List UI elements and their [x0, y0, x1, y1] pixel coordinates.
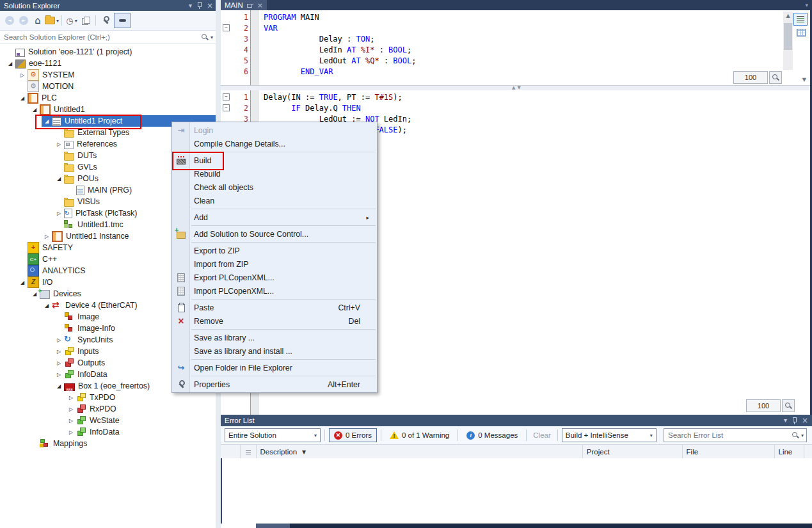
tab-main[interactable]: MAIN × — [221, 0, 267, 10]
tab-close-icon[interactable]: × — [257, 2, 263, 9]
window-position-caret-icon[interactable]: ▾ — [784, 417, 787, 424]
tree-item-txpdo[interactable]: ▷TxPDO — [0, 392, 216, 403]
fold-collapse-icon[interactable]: − — [223, 93, 230, 100]
code-line[interactable]: −2 IF Delay.Q THEN — [221, 102, 791, 113]
horizontal-scrollbar[interactable] — [256, 524, 812, 528]
code-line[interactable]: −2VAR — [221, 22, 791, 33]
build-filter-dropdown[interactable]: Build + IntelliSense ▾ — [562, 428, 657, 442]
zoom-level-input[interactable] — [733, 71, 768, 84]
code-line[interactable]: 3 Delay : TON; — [221, 33, 791, 44]
expander-open-icon[interactable]: ◢ — [42, 118, 52, 124]
window-position-caret-icon[interactable]: ▾ — [189, 3, 192, 9]
tree-item-plc[interactable]: ◢PLC — [0, 92, 216, 104]
column-project[interactable]: Project — [583, 445, 683, 459]
splitter-handle-icon[interactable]: ▲▼ — [512, 86, 523, 90]
menu-item-export-plcopenxml[interactable]: Export PLCopenXML... — [172, 271, 377, 284]
tree-item-system[interactable]: ▷SYSTEM — [0, 69, 216, 81]
tree-item-motion[interactable]: MOTION — [0, 81, 216, 92]
menu-item-remove[interactable]: ×RemoveDel — [172, 314, 377, 328]
code-line[interactable]: 4 LedIn AT %I* : BOOL; — [221, 44, 791, 55]
table-view-icon[interactable] — [795, 27, 808, 38]
expander-closed-icon[interactable]: ▷ — [54, 141, 64, 147]
vertical-scrollbar[interactable]: ▲ — [783, 12, 793, 70]
expander-closed-icon[interactable]: ▷ — [42, 234, 52, 239]
code-line[interactable]: 1PROGRAM MAIN — [221, 12, 791, 22]
default-order-icon[interactable] — [241, 445, 257, 459]
menu-item-add[interactable]: Add▸ — [172, 211, 377, 224]
code-line[interactable]: 5 LedOut AT %Q* : BOOL; — [221, 55, 791, 66]
close-icon[interactable]: × — [802, 417, 808, 424]
tree-item-mappings[interactable]: Mappings — [0, 438, 216, 449]
menu-item-save-as-library[interactable]: Save as library ... — [172, 331, 377, 344]
expander-closed-icon[interactable]: ▷ — [66, 418, 76, 424]
declaration-pane[interactable]: 1PROGRAM MAIN−2VAR3 Delay : TON;4 LedIn … — [221, 10, 810, 85]
scope-dropdown[interactable]: Entire Solution ▾ — [225, 428, 321, 442]
expander-closed-icon[interactable]: ▷ — [54, 349, 64, 355]
expander-open-icon[interactable]: ◢ — [5, 61, 15, 67]
pin-icon[interactable] — [196, 2, 202, 9]
text-view-icon[interactable] — [793, 13, 808, 26]
back-icon[interactable]: ◄ — [3, 13, 17, 28]
tab-list-caret-icon[interactable]: ▾ — [805, 2, 808, 8]
menu-item-add-solution-to-source-control[interactable]: Add Solution to Source Control... — [172, 227, 377, 241]
menu-item-check-all-objects[interactable]: Check all objects — [172, 180, 377, 194]
tree-item-untitled1[interactable]: ◢Untitled1 — [0, 104, 216, 115]
expander-closed-icon[interactable]: ▷ — [66, 429, 76, 435]
expander-open-icon[interactable]: ◢ — [17, 280, 28, 285]
sync-with-active-document-icon[interactable] — [79, 13, 93, 28]
menu-item-save-as-library-and-install[interactable]: Save as library and install ... — [172, 344, 377, 358]
close-icon[interactable]: × — [207, 2, 213, 10]
zoom-magnifier-icon[interactable] — [782, 399, 795, 412]
expander-closed-icon[interactable]: ▷ — [54, 360, 64, 366]
preview-selected-items-toggle[interactable] — [114, 13, 131, 28]
expander-open-icon[interactable]: ◢ — [42, 303, 52, 308]
code-line[interactable]: 6 END_VAR — [221, 66, 791, 77]
search-input[interactable] — [3, 31, 201, 43]
fold-collapse-icon[interactable]: − — [223, 24, 230, 31]
messages-filter-button[interactable]: i 0 Messages — [462, 429, 522, 442]
menu-item-import-from-zip[interactable]: Import from ZIP — [172, 257, 377, 271]
tree-item-solution-eoe-1121-1-project[interactable]: Solution 'eoe-1121' (1 project) — [0, 46, 216, 58]
menu-item-login[interactable]: ⇥Login — [172, 124, 377, 137]
zoom-level-input[interactable] — [746, 399, 781, 412]
scroll-thumb[interactable] — [784, 23, 792, 50]
scroll-down-icon[interactable]: ▼ — [802, 77, 806, 83]
expander-closed-icon[interactable]: ▷ — [66, 406, 76, 412]
warnings-filter-button[interactable]: 0 of 1 Warning — [385, 429, 454, 442]
menu-item-paste[interactable]: PasteCtrl+V — [172, 301, 377, 314]
forward-icon[interactable]: ► — [17, 13, 31, 28]
expander-closed-icon[interactable]: ▷ — [17, 72, 28, 78]
search-icon[interactable] — [201, 33, 209, 42]
menu-item-properties[interactable]: PropertiesAlt+Enter — [172, 378, 377, 391]
search-options-caret-icon[interactable]: ▾ — [801, 433, 804, 438]
error-list-body[interactable] — [221, 458, 812, 524]
search-icon[interactable] — [792, 431, 800, 440]
column-description[interactable]: Description▼ — [257, 445, 583, 459]
menu-item-build[interactable]: Build — [172, 154, 377, 167]
clear-button[interactable]: Clear — [530, 431, 553, 439]
pin-icon[interactable] — [792, 417, 797, 424]
tree-item-rxpdo[interactable]: ▷RxPDO — [0, 403, 216, 415]
history-filter-icon[interactable]: ◷▾ — [65, 13, 79, 28]
fold-collapse-icon[interactable]: − — [223, 104, 230, 111]
search-input[interactable] — [667, 431, 792, 440]
collapse-all-icon[interactable]: ▾ — [45, 13, 59, 28]
tree-item-wcstate[interactable]: ▷WcState — [0, 415, 216, 426]
scroll-thumb[interactable] — [256, 524, 290, 528]
scroll-up-icon[interactable]: ▲ — [783, 12, 793, 20]
tree-item-eoe-1121[interactable]: ◢eoe-1121 — [0, 58, 216, 69]
home-icon[interactable]: ⌂ — [31, 13, 45, 28]
errors-filter-button[interactable]: ✕ 0 Errors — [329, 428, 377, 442]
expander-open-icon[interactable]: ◢ — [17, 95, 28, 101]
menu-item-clean[interactable]: Clean — [172, 194, 377, 207]
column-file[interactable]: File — [683, 445, 775, 459]
expander-closed-icon[interactable]: ▷ — [54, 337, 64, 343]
menu-item-rebuild[interactable]: Rebuild — [172, 167, 377, 180]
column-line[interactable]: Line — [775, 445, 804, 459]
code-line[interactable]: −1Delay(IN := TRUE, PT := T#1S); — [221, 92, 791, 102]
properties-wrench-icon[interactable] — [99, 13, 113, 28]
zoom-magnifier-icon[interactable] — [769, 71, 782, 84]
expander-open-icon[interactable]: ◢ — [54, 176, 64, 182]
menu-item-export-to-zip[interactable]: Export to ZIP — [172, 244, 377, 257]
expander-open-icon[interactable]: ◢ — [54, 383, 64, 389]
